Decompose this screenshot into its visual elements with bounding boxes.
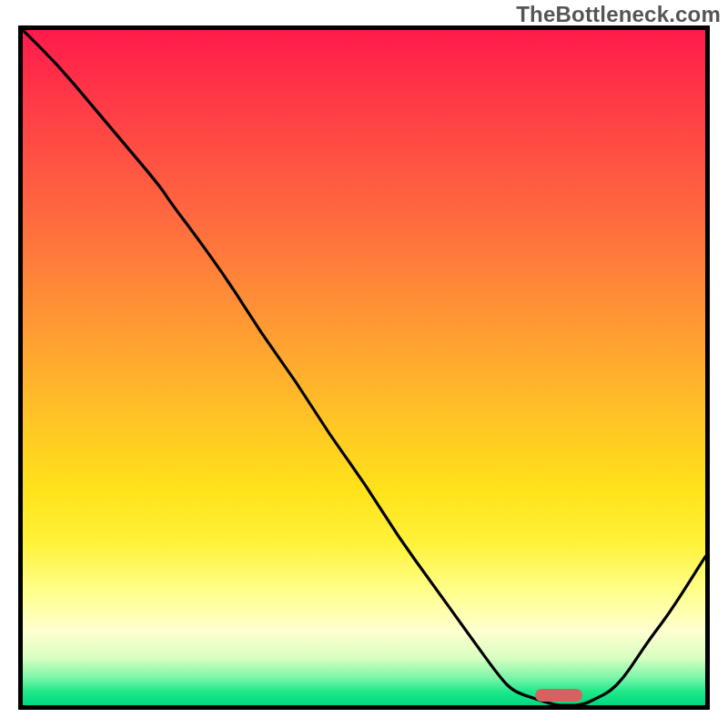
plot-area [18, 25, 710, 710]
minimum-marker [535, 689, 583, 702]
chart-container: TheBottleneck.com [0, 0, 728, 728]
bottleneck-curve [23, 30, 705, 705]
watermark-label: TheBottleneck.com [516, 2, 721, 27]
